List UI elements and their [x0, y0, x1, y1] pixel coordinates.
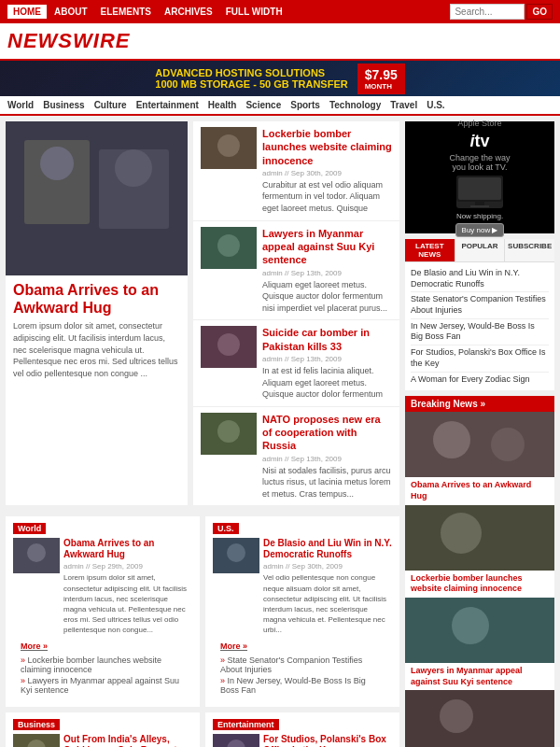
business-article-title[interactable]: Out From India's Alleys, Gold Loans Gain…: [63, 734, 192, 747]
list-item[interactable]: For Studios, Polanski's Box Office Is th…: [411, 345, 549, 372]
list-item[interactable]: State Senator's Companion Testifies Abou…: [220, 655, 385, 675]
us-article-title[interactable]: De Blasio and Liu Win in N.Y. Democratic…: [263, 538, 392, 560]
cat-travel[interactable]: Travel: [390, 100, 417, 110]
world-content: World Obama Arrives to an Awkward Hug ad…: [6, 516, 200, 706]
sidebar-news-box: LATEST NEWS POPULAR SUBSCRIBE De Blasio …: [405, 239, 554, 390]
us-section-label[interactable]: U.S.: [213, 523, 239, 534]
article-content: NATO proposes new era of cooperation wit…: [262, 413, 392, 500]
entertainment-article-content: For Studios, Polanski's Box Office Is th…: [263, 734, 392, 747]
cat-sports[interactable]: Sports: [290, 100, 320, 110]
nav-fullwidth[interactable]: FULL WIDTH: [220, 5, 288, 19]
cat-technology[interactable]: Technology: [329, 100, 381, 110]
apple-ad[interactable]: Apple Store itv Change the wayyou look a…: [405, 121, 554, 233]
list-item[interactable]: De Blasio and Liu Win in N.Y. Democratic…: [411, 266, 549, 292]
breaking-news-section: Breaking News » Obama Arrives to an Awkw…: [405, 396, 554, 747]
svg-point-31: [452, 607, 489, 644]
us-more-link[interactable]: More »: [213, 641, 392, 655]
article-meta: admin // Sep 13th, 2009: [262, 269, 392, 277]
article-excerpt: Aliquam eget laoreet metus. Quisque auct…: [262, 279, 392, 315]
business-section-label[interactable]: Business: [13, 719, 60, 730]
apple-ad-box: Apple Store itv Change the wayyou look a…: [405, 121, 554, 233]
article-content: Lockerbie bomber launches website claimi…: [262, 127, 392, 215]
svg-point-10: [217, 333, 240, 356]
svg-point-27: [491, 428, 525, 461]
apple-product-name: itv: [469, 132, 489, 151]
cat-health[interactable]: Health: [208, 100, 237, 110]
tab-latest-news[interactable]: LATEST NEWS: [405, 239, 455, 261]
cat-entertainment[interactable]: Entertainment: [136, 100, 199, 110]
tab-subscribe[interactable]: SUBSCRIBE: [505, 239, 554, 261]
top-navigation: HOME ABOUT ELEMENTS ARCHIVES FULL WIDTH …: [0, 0, 560, 23]
world-section-label[interactable]: World: [13, 523, 46, 534]
nav-archives[interactable]: ARCHIVES: [159, 5, 218, 19]
svg-rect-22: [458, 177, 501, 200]
us-article: De Blasio and Liu Win in N.Y. Democratic…: [213, 538, 392, 635]
banner-text: ADVANCED HOSTING SOLUTIONS 1000 MB STORA…: [155, 67, 347, 90]
cat-world[interactable]: World: [7, 100, 34, 110]
list-item[interactable]: In New Jersey, Would-Be Boss Is Big Boss…: [411, 319, 549, 345]
breaking-img-svg-3: [405, 598, 554, 663]
world-more-link[interactable]: More »: [13, 641, 192, 655]
cat-us[interactable]: U.S.: [427, 100, 444, 110]
entertainment-section-label[interactable]: Entertainment: [213, 719, 279, 730]
business-article: Out From India's Alleys, Gold Loans Gain…: [13, 734, 192, 747]
site-logo[interactable]: NEWSWIRE: [7, 29, 130, 53]
featured-title[interactable]: Obama Arrives to an Awkward Hug: [13, 281, 180, 317]
us-content: U.S. De Blasio and Liu Win in N.Y. Democ…: [205, 516, 399, 706]
us-article-excerpt: Vel odio pellentesque non congue neque a…: [263, 572, 392, 635]
world-article-content: Obama Arrives to an Awkward Hug admin //…: [63, 538, 192, 635]
world-article-excerpt: Lorem ipsum dolor sit amet, consectetur …: [63, 572, 192, 635]
featured-article: Obama Arrives to an Awkward Hug Lorem ip…: [6, 121, 188, 505]
article-content: Lawyers in Myanmar appeal against Suu Ky…: [262, 227, 392, 315]
breaking-caption-3[interactable]: Lawyers in Myanmar appeal against Suu Ky…: [405, 663, 554, 690]
banner-ad[interactable]: ADVANCED HOSTING SOLUTIONS 1000 MB STORA…: [0, 61, 560, 96]
breaking-news-item: Obama Arrives to an Awkward Hug: [405, 412, 554, 504]
article-title[interactable]: Lockerbie bomber launches website claimi…: [262, 127, 392, 167]
article-list: Lockerbie bomber launches website claimi…: [193, 121, 399, 505]
search-input[interactable]: [450, 4, 525, 20]
bottom-row-1: World Obama Arrives to an Awkward Hug ad…: [6, 516, 399, 706]
list-item[interactable]: Lockerbie bomber launches website claimi…: [21, 655, 185, 675]
entertainment-thumb: [213, 734, 259, 747]
tab-popular[interactable]: POPULAR: [455, 239, 506, 261]
breaking-img-svg-4: [405, 690, 554, 747]
article-title[interactable]: Suicide car bomber in Pakistan kills 33: [262, 326, 392, 353]
entertainment-article-title[interactable]: For Studios, Polanski's Box Office Is th…: [263, 734, 392, 747]
cat-culture[interactable]: Culture: [94, 100, 127, 110]
list-item[interactable]: In New Jersey, Would-Be Boss Is Big Boss…: [220, 675, 385, 696]
featured-excerpt: Lorem ipsum dolor sit amet, consectetur …: [13, 320, 180, 379]
nav-elements[interactable]: ELEMENTS: [95, 5, 157, 19]
nav-home[interactable]: HOME: [7, 5, 47, 19]
cat-business[interactable]: Business: [43, 100, 84, 110]
right-sidebar: Apple Store itv Change the wayyou look a…: [405, 121, 554, 747]
article-thumb-img: [201, 413, 257, 455]
breaking-img-svg-2: [405, 505, 554, 571]
cat-science[interactable]: Science: [245, 100, 281, 110]
svg-point-8: [217, 234, 240, 257]
breaking-news-image-2: [405, 505, 554, 571]
svg-point-3: [40, 147, 74, 180]
svg-point-12: [217, 420, 240, 443]
article-title[interactable]: Lawyers in Myanmar appeal against Suu Ky…: [262, 227, 392, 267]
entertainment-article: For Studios, Polanski's Box Office Is th…: [213, 734, 392, 747]
us-sub-links: State Senator's Companion Testifies Abou…: [213, 655, 392, 701]
world-thumb-img: [13, 538, 60, 573]
breaking-news-header: Breaking News »: [405, 396, 554, 412]
site-header: NEWSWIRE: [0, 23, 560, 61]
list-item[interactable]: Lawyers in Myanmar appeal against Suu Ky…: [21, 675, 185, 696]
breaking-news-image-3: [405, 598, 554, 663]
svg-point-33: [440, 699, 473, 733]
search-button[interactable]: GO: [526, 4, 553, 20]
banner-price: $7.95 MONTH: [357, 63, 405, 94]
list-item[interactable]: A Woman for Every Zodiac Sign: [411, 373, 549, 388]
article-title[interactable]: NATO proposes new era of cooperation wit…: [262, 413, 392, 453]
world-article-title[interactable]: Obama Arrives to an Awkward Hug: [63, 538, 192, 560]
list-item[interactable]: State Senator's Companion Testifies Abou…: [411, 292, 549, 318]
breaking-caption-2[interactable]: Lockerbie bomber launches website claimi…: [405, 571, 554, 598]
breaking-caption-1[interactable]: Obama Arrives to an Awkward Hug: [405, 477, 554, 504]
svg-rect-24: [470, 205, 489, 207]
us-article-content: De Blasio and Liu Win in N.Y. Democratic…: [263, 538, 392, 635]
breaking-news-image-4: [405, 690, 554, 747]
nav-about[interactable]: ABOUT: [49, 5, 93, 19]
apple-buy-button[interactable]: Buy now ▶: [455, 223, 505, 237]
